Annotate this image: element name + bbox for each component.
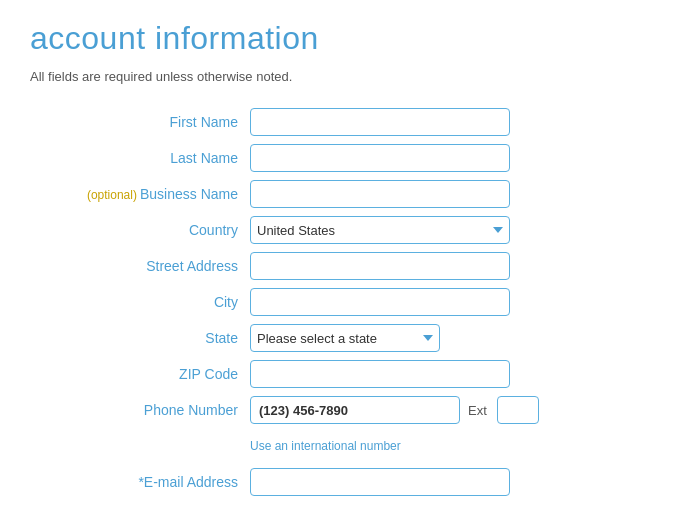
email-note-cell: *Your receipt will be sent to this addre… xyxy=(250,500,670,509)
business-name-row: (optional)Business Name xyxy=(30,176,670,212)
email-input-cell xyxy=(250,464,670,500)
intl-link-row: Use an international number xyxy=(30,428,670,464)
phone-number-input-cell: Ext xyxy=(250,392,670,428)
business-name-input[interactable] xyxy=(250,180,510,208)
state-label: State xyxy=(30,320,250,356)
first-name-input[interactable] xyxy=(250,108,510,136)
city-row: City xyxy=(30,284,670,320)
page-title: account information xyxy=(30,20,670,57)
city-input-cell xyxy=(250,284,670,320)
phone-number-label: Phone Number xyxy=(30,392,250,428)
intl-link-spacer xyxy=(30,428,250,464)
email-input[interactable] xyxy=(250,468,510,496)
street-address-input[interactable] xyxy=(250,252,510,280)
first-name-input-cell xyxy=(250,104,670,140)
account-form: First Name Last Name (optional)Business … xyxy=(30,104,670,509)
business-name-label-text: Business Name xyxy=(140,186,238,202)
form-subtitle: All fields are required unless otherwise… xyxy=(30,69,670,84)
business-name-input-cell xyxy=(250,176,670,212)
phone-number-row: Phone Number Ext xyxy=(30,392,670,428)
last-name-label: Last Name xyxy=(30,140,250,176)
ext-label: Ext xyxy=(468,403,487,418)
street-address-row: Street Address xyxy=(30,248,670,284)
last-name-input-cell xyxy=(250,140,670,176)
first-name-row: First Name xyxy=(30,104,670,140)
city-input[interactable] xyxy=(250,288,510,316)
zip-code-label: ZIP Code xyxy=(30,356,250,392)
state-row: State Please select a state AlabamaAlask… xyxy=(30,320,670,356)
email-label: *E-mail Address xyxy=(30,464,250,500)
city-label: City xyxy=(30,284,250,320)
intl-number-link[interactable]: Use an international number xyxy=(250,439,401,453)
last-name-input[interactable] xyxy=(250,144,510,172)
business-name-label: (optional)Business Name xyxy=(30,176,250,212)
phone-number-input[interactable] xyxy=(250,396,460,424)
last-name-row: Last Name xyxy=(30,140,670,176)
email-note-row: *Your receipt will be sent to this addre… xyxy=(30,500,670,509)
email-row: *E-mail Address xyxy=(30,464,670,500)
country-select[interactable]: United States Canada United Kingdom Aust… xyxy=(250,216,510,244)
email-note-spacer xyxy=(30,500,250,509)
phone-ext-input[interactable] xyxy=(497,396,539,424)
first-name-label: First Name xyxy=(30,104,250,140)
zip-code-row: ZIP Code xyxy=(30,356,670,392)
zip-code-input[interactable] xyxy=(250,360,510,388)
intl-link-cell: Use an international number xyxy=(250,428,670,464)
zip-code-input-cell xyxy=(250,356,670,392)
country-row: Country United States Canada United King… xyxy=(30,212,670,248)
state-input-cell: Please select a state AlabamaAlaskaArizo… xyxy=(250,320,670,356)
country-input-cell: United States Canada United Kingdom Aust… xyxy=(250,212,670,248)
street-address-label: Street Address xyxy=(30,248,250,284)
country-label: Country xyxy=(30,212,250,248)
optional-tag: (optional) xyxy=(87,188,137,202)
street-address-input-cell xyxy=(250,248,670,284)
phone-group: Ext xyxy=(250,396,670,424)
state-select[interactable]: Please select a state AlabamaAlaskaArizo… xyxy=(250,324,440,352)
